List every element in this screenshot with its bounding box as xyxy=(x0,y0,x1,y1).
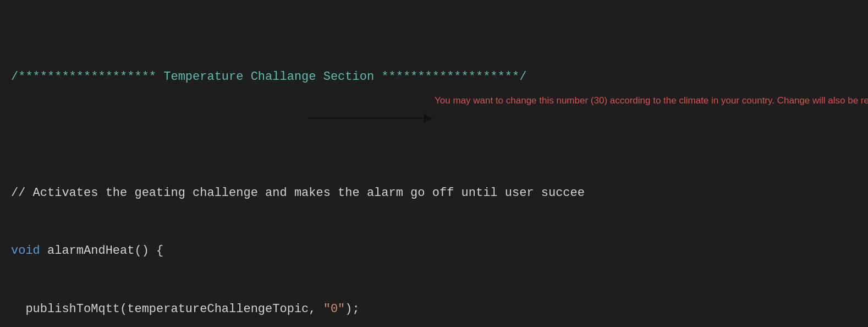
publish-line: publishToMqtt(temperatureChallengeTopic,… xyxy=(11,299,857,319)
code-block: /******************* Temperature Challan… xyxy=(11,9,857,327)
empty-line-1 xyxy=(11,125,857,144)
function-name: alarmAndHeat() { xyxy=(40,244,163,258)
section-comment: /******************* Temperature Challan… xyxy=(11,67,857,86)
string-zero: "0" xyxy=(323,302,345,316)
keyword-void: void xyxy=(11,244,40,258)
annotation-arrow xyxy=(308,113,432,123)
arrow-shaft xyxy=(308,118,424,119)
annotation-text: You may want to change this number (30) … xyxy=(435,94,567,108)
inline-comment: // Activates the geating challenge and m… xyxy=(11,183,857,203)
arrow-head xyxy=(424,113,432,123)
void-line: void alarmAndHeat() { xyxy=(11,241,857,260)
